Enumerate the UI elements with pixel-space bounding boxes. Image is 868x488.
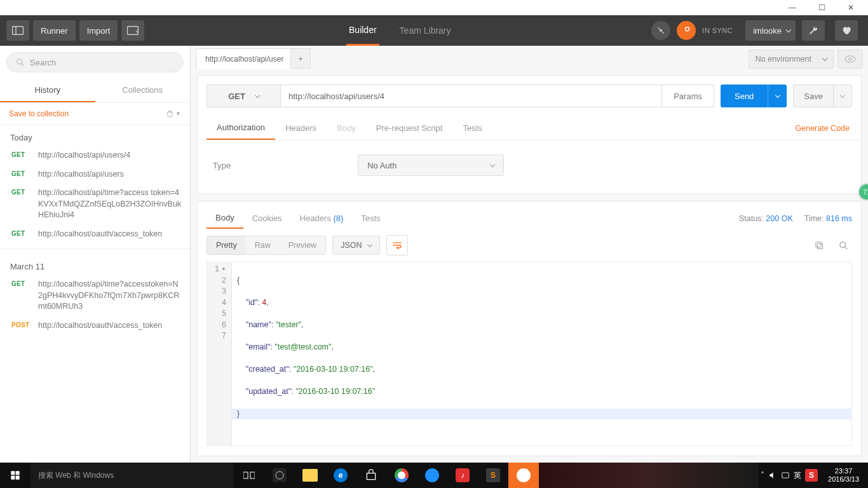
settings-button[interactable]	[802, 20, 825, 41]
view-raw[interactable]: Raw	[246, 236, 280, 254]
store-app[interactable]	[356, 463, 386, 488]
environment-preview-button[interactable]	[837, 50, 863, 69]
music-icon: ♪	[456, 468, 470, 482]
subtab-authorization[interactable]: Authorization	[207, 116, 275, 140]
save-dropdown[interactable]	[833, 85, 852, 107]
subtab-body[interactable]: Body	[327, 117, 366, 139]
history-item[interactable]: GEThttp://localhost/api/users/4	[0, 146, 190, 165]
window-minimize[interactable]: —	[778, 0, 807, 15]
notification-icon[interactable]	[781, 471, 790, 480]
format-label: JSON	[341, 241, 362, 250]
runner-button[interactable]: Runner	[33, 20, 76, 41]
windows-icon	[10, 470, 20, 480]
wrap-lines-button[interactable]	[386, 235, 408, 255]
params-button[interactable]: Params	[662, 85, 714, 107]
environment-selector[interactable]: No environment	[749, 50, 834, 69]
new-window-icon: +	[127, 26, 139, 35]
svg-rect-13	[815, 241, 820, 247]
svg-rect-19	[16, 476, 20, 480]
tab-team-library[interactable]: Team Library	[397, 15, 454, 46]
history-item[interactable]: POSThttp://localhost/oauth/access_token	[0, 316, 190, 336]
divider	[0, 248, 190, 249]
explorer-app[interactable]	[295, 463, 325, 488]
chrome-app[interactable]	[386, 463, 417, 488]
chevron-down-icon	[840, 93, 845, 98]
postman-icon	[517, 468, 531, 482]
sogou-ime-icon[interactable]: S	[805, 469, 818, 482]
code-lines: { "id": 4, "name": "tester", "email": "t…	[232, 262, 851, 445]
sidebar-tab-history[interactable]: History	[0, 79, 95, 102]
music-app[interactable]: ♪	[447, 463, 478, 488]
start-button[interactable]	[0, 463, 31, 488]
search-input[interactable]: Search	[6, 52, 184, 72]
search-icon	[16, 58, 25, 67]
toggle-sidebar-button[interactable]	[6, 20, 29, 41]
new-window-button[interactable]: +	[121, 20, 144, 41]
request-tab[interactable]: http://localhost/api/user	[196, 48, 291, 69]
response-tab-cookies[interactable]: Cookies	[243, 208, 291, 228]
panel-icon	[12, 26, 24, 35]
svg-text:+: +	[135, 29, 139, 35]
edge-app[interactable]: e	[325, 463, 356, 488]
view-preview[interactable]: Preview	[280, 236, 325, 254]
auth-type-selector[interactable]: No Auth	[358, 154, 504, 176]
taskbar-clock[interactable]: 23:37 2016/3/13	[822, 467, 865, 484]
heart-button[interactable]	[835, 20, 858, 41]
history-item[interactable]: GEThttp://localhost/api/time?access toke…	[0, 184, 190, 225]
editor-app[interactable]: S	[478, 463, 508, 488]
history-item[interactable]: GEThttp://localhost/api/time?accesstoken…	[0, 275, 190, 316]
svg-point-10	[849, 58, 852, 61]
user-menu[interactable]: imlooke	[745, 20, 796, 41]
browser-app[interactable]	[417, 463, 447, 488]
save-to-collection-link[interactable]: Save to collection	[9, 109, 69, 118]
send-dropdown[interactable]	[768, 85, 787, 107]
history-section-title: March 11	[0, 254, 190, 275]
window-maximize[interactable]: ☐	[807, 0, 836, 15]
heart-icon	[841, 25, 851, 36]
postman-app[interactable]	[508, 463, 539, 488]
clock-date: 2016/3/13	[828, 475, 859, 484]
taskbar-search[interactable]: 搜索 Web 和 Windows	[31, 463, 234, 488]
sidebar-tab-collections[interactable]: Collections	[95, 79, 191, 102]
import-button[interactable]: Import	[79, 20, 118, 41]
url-input[interactable]: http://localhost/api/users/4	[280, 85, 662, 107]
subtab-prerequest[interactable]: Pre-request Script	[366, 117, 453, 139]
svg-point-7	[686, 28, 689, 31]
send-button[interactable]: Send	[721, 85, 768, 107]
response-tab-headers[interactable]: Headers (8)	[291, 208, 353, 228]
sync-icon[interactable]	[651, 21, 670, 40]
app-topbar: Runner Import + Builder Team Library IN …	[0, 15, 868, 46]
search-placeholder: Search	[30, 58, 56, 67]
auth-type-value: No Auth	[367, 161, 397, 170]
wrap-icon	[392, 241, 402, 250]
response-body-editor[interactable]: 1 ▼234567 { "id": 4, "name": "tester", "…	[207, 262, 852, 446]
search-response-button[interactable]	[834, 236, 852, 254]
format-selector[interactable]: JSON	[332, 236, 380, 255]
save-button[interactable]: Save	[793, 85, 833, 107]
history-item[interactable]: GEThttp://localhost/oauth/access_token	[0, 225, 190, 244]
window-close[interactable]: ✕	[836, 0, 865, 15]
clear-history-button[interactable]: ▼	[166, 109, 181, 118]
headers-count: (8)	[333, 214, 343, 223]
subtab-headers[interactable]: Headers	[275, 117, 327, 139]
volume-icon[interactable]	[768, 471, 777, 480]
history-item[interactable]: GEThttp://localhost/api/users	[0, 165, 190, 184]
subtab-tests[interactable]: Tests	[452, 117, 492, 139]
view-pretty[interactable]: Pretty	[207, 236, 246, 254]
response-tab-body[interactable]: Body	[207, 208, 243, 229]
globe-icon	[425, 468, 439, 482]
ime-indicator[interactable]: 英	[794, 470, 801, 481]
svg-rect-16	[11, 471, 15, 475]
response-tab-tests[interactable]: Tests	[352, 208, 389, 228]
task-view-button[interactable]	[234, 463, 264, 488]
tray-up-icon[interactable]: ˄	[761, 471, 764, 480]
app-icon[interactable]	[264, 463, 295, 488]
generate-code-link[interactable]: Generate Code	[796, 124, 852, 133]
add-tab-button[interactable]: +	[290, 48, 311, 69]
method-selector[interactable]: GET	[207, 85, 280, 107]
method-badge: GET	[11, 187, 32, 196]
tab-builder[interactable]: Builder	[346, 15, 379, 46]
copy-response-button[interactable]	[810, 236, 828, 254]
history-url: http://localhost/api/time?accesstoken=N2…	[38, 279, 182, 313]
username-label: imlooke	[753, 26, 782, 36]
